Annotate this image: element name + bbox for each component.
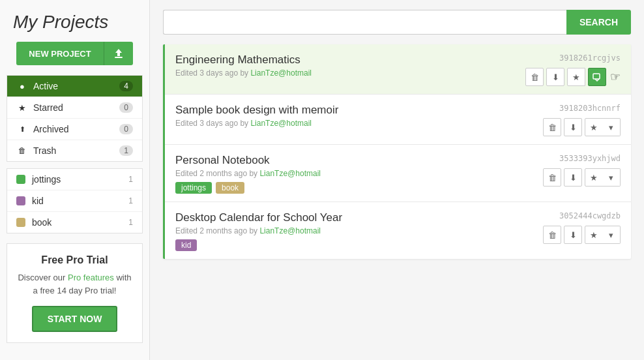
promo-box: Free Pro Trial Discover our Pro features… [7, 243, 143, 343]
project-right-2: 3918203hcnnrf 🗑 ⬇ ★ ▾ [543, 104, 621, 136]
svg-rect-0 [115, 57, 123, 58]
app-title: My Projects [0, 0, 149, 42]
tag-dot-kid [16, 196, 25, 205]
project-id: 3533393yxhjwd [559, 154, 621, 163]
tag-item-jottings[interactable]: jottings 1 [7, 169, 142, 190]
star-button[interactable]: ★ [585, 226, 603, 244]
project-top-2: Sample book design with memoir Edited 3 … [175, 104, 621, 136]
new-project-button[interactable]: NEW PROJECT [16, 42, 104, 65]
project-name[interactable]: Engineering Mathematics [175, 53, 312, 67]
star-icon: ★ [16, 103, 28, 113]
search-bar: SEARCH [163, 10, 631, 35]
projects-list: Engineering Mathematics Edited 3 days ag… [163, 44, 631, 259]
nav-count-archived: 0 [119, 124, 133, 134]
download-button[interactable]: ⬇ [564, 226, 582, 244]
sidebar-item-active[interactable]: ● Active 4 [7, 76, 142, 97]
delete-button[interactable]: 🗑 [525, 68, 544, 86]
sidebar-item-trash[interactable]: 🗑 Trash 1 [7, 140, 142, 161]
project-info-3: Personal Notebook Edited 2 months ago by… [175, 154, 321, 194]
sidebar-item-archived[interactable]: ⬆ Archived 0 [7, 119, 142, 140]
project-top-4: Desktop Calendar for School Year Edited … [175, 211, 621, 251]
project-info-2: Sample book design with memoir Edited 3 … [175, 104, 338, 132]
project-right-1: 3918261rcgjvs 🗑 ⬇ ★ ☞ [525, 53, 621, 86]
star-button[interactable]: ★ [567, 68, 585, 86]
delete-button[interactable]: 🗑 [543, 168, 561, 187]
project-edited: Edited 3 days ago by [175, 119, 250, 128]
project-author[interactable]: LianTze@hotmail [259, 226, 321, 235]
promo-text: Discover our Pro features with a free 14… [16, 271, 133, 297]
project-edited: Edited 2 months ago by [175, 169, 259, 178]
tag-item-book[interactable]: book 1 [7, 212, 142, 233]
project-tag[interactable]: jottings [175, 182, 212, 194]
download-button[interactable]: ⬇ [564, 118, 582, 136]
promo-text-before: Discover our [18, 273, 68, 282]
project-actions: 🗑 ⬇ ★ ☞ [525, 68, 621, 86]
star-button[interactable]: ★ [585, 118, 603, 136]
project-tags: jottings book [175, 182, 321, 194]
nav-count-active: 4 [119, 81, 133, 91]
project-top-3: Personal Notebook Edited 2 months ago by… [175, 154, 621, 194]
nav-label-starred: Starred [33, 102, 119, 113]
nav-count-trash: 1 [119, 145, 133, 156]
main-content: SEARCH Engineering Mathematics Edited 3 … [150, 0, 644, 360]
sidebar-item-starred[interactable]: ★ Starred 0 [7, 97, 142, 119]
project-author[interactable]: LianTze@hotmail [250, 68, 312, 78]
dropdown-button[interactable]: ▾ [602, 168, 621, 187]
upload-button[interactable] [104, 42, 133, 65]
nav-label-active: Active [33, 81, 119, 91]
project-author[interactable]: LianTze@hotmail [259, 169, 321, 178]
download-button[interactable]: ⬇ [564, 168, 582, 187]
dropdown-button[interactable]: ▾ [602, 226, 621, 244]
tag-dot-book [16, 218, 25, 227]
project-name[interactable]: Desktop Calendar for School Year [175, 211, 342, 224]
table-row: Engineering Mathematics Edited 3 days ag… [165, 44, 631, 95]
project-meta: Edited 3 days ago by LianTze@hotmail [175, 68, 312, 78]
project-name[interactable]: Sample book design with memoir [175, 104, 338, 117]
active-icon: ● [16, 82, 28, 91]
table-row: Personal Notebook Edited 2 months ago by… [165, 145, 631, 202]
nav-label-trash: Trash [33, 145, 119, 156]
project-edited: Edited 2 months ago by [175, 226, 259, 235]
search-button[interactable]: SEARCH [566, 10, 631, 35]
promo-title: Free Pro Trial [16, 254, 133, 266]
project-top-1: Engineering Mathematics Edited 3 days ag… [175, 53, 621, 86]
dropdown-button[interactable]: ▾ [602, 118, 621, 136]
project-right-3: 3533393yxhjwd 🗑 ⬇ ★ ▾ [543, 154, 621, 187]
project-tag[interactable]: kid [175, 239, 197, 251]
archived-icon: ⬆ [16, 125, 28, 134]
project-id: 3052444cwgdzb [559, 211, 621, 220]
table-row: Desktop Calendar for School Year Edited … [165, 202, 631, 259]
project-meta: Edited 2 months ago by LianTze@hotmail [175, 169, 321, 178]
project-id: 3918261rcgjvs [559, 53, 621, 63]
star-button[interactable]: ★ [585, 168, 603, 187]
search-input[interactable] [163, 10, 566, 35]
start-now-button[interactable]: START NOW [32, 306, 118, 332]
project-actions: 🗑 ⬇ ★ ▾ [543, 118, 621, 136]
project-info-4: Desktop Calendar for School Year Edited … [175, 211, 342, 251]
project-actions: 🗑 ⬇ ★ ▾ [543, 226, 621, 244]
tag-count-kid: 1 [128, 196, 133, 205]
nav-count-starred: 0 [119, 102, 133, 113]
svg-rect-1 [593, 74, 600, 79]
project-meta: Edited 3 days ago by LianTze@hotmail [175, 119, 338, 128]
promo-link[interactable]: Pro features [68, 273, 114, 282]
trash-icon: 🗑 [16, 146, 28, 155]
project-tag[interactable]: book [216, 182, 244, 194]
project-author[interactable]: LianTze@hotmail [250, 119, 312, 128]
download-button[interactable]: ⬇ [546, 68, 564, 86]
nav-label-archived: Archived [33, 124, 119, 134]
project-edited: Edited 3 days ago by [175, 68, 250, 78]
tag-label-kid: kid [32, 196, 128, 206]
project-name[interactable]: Personal Notebook [175, 154, 321, 167]
project-info-1: Engineering Mathematics Edited 3 days ag… [175, 53, 312, 82]
project-actions: 🗑 ⬇ ★ ▾ [543, 168, 621, 187]
tag-label-jottings: jottings [32, 174, 128, 185]
tag-item-kid[interactable]: kid 1 [7, 190, 142, 212]
open-button[interactable] [588, 68, 606, 86]
tag-label-book: book [32, 217, 128, 228]
open-icon [593, 72, 602, 82]
nav-menu: ● Active 4 ★ Starred 0 ⬆ Archived 0 🗑 Tr… [7, 75, 143, 162]
delete-button[interactable]: 🗑 [543, 226, 561, 244]
delete-button[interactable]: 🗑 [543, 118, 561, 136]
project-tags: kid [175, 239, 342, 251]
